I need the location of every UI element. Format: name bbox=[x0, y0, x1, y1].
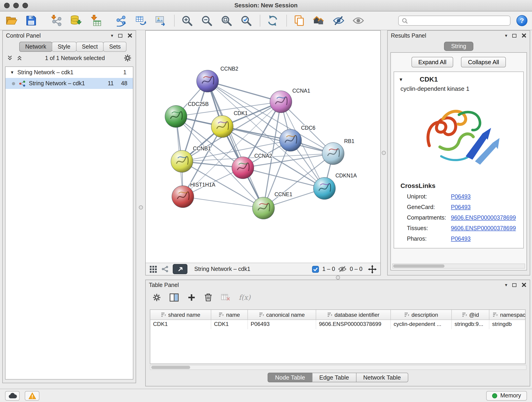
collapse-all-button[interactable]: Collapse All bbox=[461, 57, 506, 67]
memory-button[interactable]: Memory bbox=[486, 391, 527, 400]
network-node-ccnb1[interactable]: CCNB1 bbox=[171, 146, 211, 172]
hidden-eye-slash-icon[interactable] bbox=[338, 266, 346, 272]
panel-close-button[interactable] bbox=[127, 33, 133, 38]
column-header-name[interactable]: name bbox=[211, 310, 248, 319]
zoom-in-button[interactable] bbox=[180, 14, 194, 27]
pharos-link[interactable]: P06493 bbox=[451, 234, 471, 244]
panel-float-button[interactable] bbox=[118, 34, 122, 37]
network-node-hist1h1a[interactable]: HIST1H1A bbox=[172, 182, 215, 208]
import-network-from-file-button[interactable] bbox=[50, 14, 63, 27]
tab-sets[interactable]: Sets bbox=[103, 42, 127, 52]
tab-node-table[interactable]: Node Table bbox=[268, 373, 312, 382]
warnings-button[interactable] bbox=[25, 391, 39, 400]
function-builder-button[interactable]: f(x) bbox=[239, 293, 250, 301]
show-selected-button[interactable] bbox=[351, 14, 365, 27]
compartments-link[interactable]: 9606.ENSP00000378699 bbox=[451, 213, 516, 223]
delete-column-button[interactable] bbox=[204, 293, 212, 302]
network-options-gear-button[interactable] bbox=[124, 54, 132, 62]
refresh-view-button[interactable] bbox=[266, 14, 279, 27]
collapse-all-button[interactable] bbox=[7, 55, 13, 61]
cell-description[interactable]: cyclin-dependent ... bbox=[391, 320, 452, 329]
table-horizontal-scrollbar[interactable] bbox=[150, 365, 526, 370]
network-edge[interactable] bbox=[222, 127, 333, 153]
table-row[interactable]: CDK1 CDK1 P06493 9606.ENSP00000378699 cy… bbox=[150, 320, 525, 329]
detach-view-button[interactable] bbox=[173, 264, 187, 274]
cell-canonical-name[interactable]: P06493 bbox=[248, 320, 316, 329]
network-from-table-button[interactable] bbox=[134, 14, 147, 27]
search-input[interactable] bbox=[410, 17, 507, 24]
column-header-canonical-name[interactable]: canonical name bbox=[248, 310, 316, 319]
network-node-rb1[interactable]: RB1 bbox=[322, 138, 355, 165]
tab-string[interactable]: String bbox=[444, 42, 473, 51]
column-header-database-ident[interactable]: database identifier bbox=[316, 310, 391, 319]
panel-menu-button[interactable]: ▾ bbox=[505, 283, 507, 287]
import-table-from-file-button[interactable] bbox=[89, 14, 103, 27]
window-close-button[interactable] bbox=[4, 3, 10, 8]
section-collapse-icon[interactable]: ▼ bbox=[399, 77, 403, 82]
tab-network-table[interactable]: Network Table bbox=[356, 373, 408, 382]
scrollbar-thumb[interactable] bbox=[151, 366, 190, 369]
help-button[interactable]: ? bbox=[516, 15, 527, 26]
panel-float-button[interactable] bbox=[512, 283, 516, 287]
create-column-button[interactable] bbox=[187, 293, 196, 301]
network-collection-row[interactable]: ▼ String Network – cdk1 1 bbox=[6, 67, 133, 78]
left-splitter-handle[interactable] bbox=[139, 205, 143, 210]
panel-close-button[interactable] bbox=[521, 33, 526, 38]
column-header-description[interactable]: description bbox=[391, 310, 452, 319]
window-zoom-button[interactable] bbox=[22, 3, 28, 8]
network-edge[interactable] bbox=[208, 81, 264, 208]
network-node-cdc25b[interactable]: CDC25B bbox=[165, 101, 209, 128]
scrollbar-thumb[interactable] bbox=[393, 264, 444, 268]
right-splitter-handle[interactable] bbox=[382, 151, 386, 155]
copy-button[interactable] bbox=[292, 14, 306, 27]
column-header-id[interactable]: @id bbox=[452, 310, 489, 319]
results-horizontal-scrollbar[interactable] bbox=[392, 264, 525, 269]
panel-menu-button[interactable]: ▾ bbox=[505, 33, 507, 38]
tree-expand-icon[interactable]: ▼ bbox=[10, 70, 14, 75]
hide-selected-button[interactable] bbox=[332, 14, 346, 27]
tab-style[interactable]: Style bbox=[52, 42, 76, 52]
column-header-shared-name[interactable]: shared name bbox=[150, 310, 211, 319]
tissues-link[interactable]: 9606.ENSP00000378699 bbox=[451, 223, 516, 234]
panel-float-button[interactable] bbox=[512, 34, 516, 37]
open-session-button[interactable] bbox=[5, 14, 18, 27]
zoom-out-button[interactable] bbox=[200, 14, 214, 27]
network-node-cdc6[interactable]: CDC6 bbox=[279, 125, 316, 151]
tab-edge-table[interactable]: Edge Table bbox=[312, 373, 356, 382]
zoom-selected-button[interactable] bbox=[239, 14, 253, 27]
horizontal-splitter-handle[interactable] bbox=[336, 275, 340, 280]
crosshair-icon[interactable] bbox=[368, 265, 377, 274]
save-session-button[interactable] bbox=[24, 14, 38, 27]
clone-network-button[interactable] bbox=[114, 14, 128, 27]
window-minimize-button[interactable] bbox=[13, 3, 19, 8]
network-node-ccne1[interactable]: CCNE1 bbox=[253, 191, 292, 219]
grid-view-button[interactable] bbox=[149, 265, 157, 273]
show-all-networks-button[interactable] bbox=[312, 14, 326, 27]
tab-network[interactable]: Network bbox=[19, 42, 52, 52]
network-edge[interactable] bbox=[183, 197, 264, 208]
cell-id[interactable]: stringdb:9... bbox=[452, 320, 489, 329]
export-image-button[interactable] bbox=[153, 14, 167, 27]
cell-shared-name[interactable]: CDK1 bbox=[150, 320, 211, 329]
network-node-cdkn1a[interactable]: CDKN1A bbox=[313, 172, 357, 199]
select-columns-button[interactable] bbox=[170, 293, 179, 301]
table-options-gear-button[interactable] bbox=[152, 293, 161, 301]
cloud-button[interactable] bbox=[5, 391, 20, 400]
panel-close-button[interactable] bbox=[521, 282, 526, 287]
delete-table-button[interactable] bbox=[221, 294, 230, 301]
network-canvas[interactable]: CCNB2CCNA1CDC25BCDK1CDC6RB1CCNB1CCNA2CDK… bbox=[146, 31, 380, 263]
expand-all-button[interactable]: Expand All bbox=[412, 57, 453, 67]
network-node-ccna1[interactable]: CCNA1 bbox=[270, 88, 310, 113]
column-header-namespace[interactable]: namespac bbox=[489, 310, 526, 319]
network-node-cdk1[interactable]: CDK1 bbox=[211, 110, 248, 138]
cell-namespace[interactable]: stringdb bbox=[489, 320, 526, 329]
panel-menu-button[interactable]: ▾ bbox=[111, 33, 113, 38]
network-overview-button[interactable] bbox=[161, 265, 169, 273]
tab-select[interactable]: Select bbox=[76, 42, 104, 52]
selection-checkbox-icon[interactable] bbox=[312, 266, 319, 273]
genecard-link[interactable]: P06493 bbox=[451, 202, 471, 213]
cell-database-identifier[interactable]: 9606.ENSP00000378699 bbox=[316, 320, 391, 329]
import-network-from-database-button[interactable] bbox=[69, 14, 83, 27]
expand-all-button[interactable] bbox=[17, 55, 22, 61]
cell-name[interactable]: CDK1 bbox=[211, 320, 248, 329]
